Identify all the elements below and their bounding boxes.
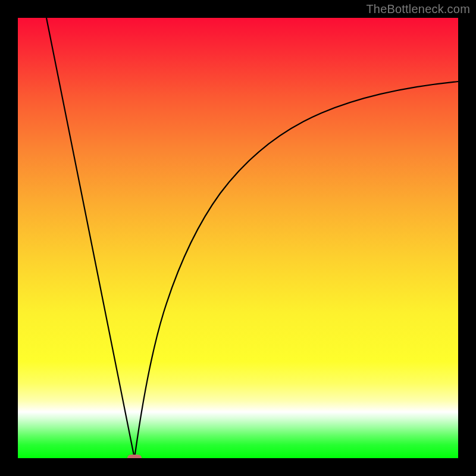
chart-frame: TheBottleneck.com <box>0 0 476 476</box>
plot-area <box>18 18 458 458</box>
curve-left-branch <box>46 18 134 458</box>
curve-right-branch <box>134 82 458 458</box>
cusp-marker <box>127 455 142 458</box>
watermark-text: TheBottleneck.com <box>366 2 470 16</box>
curve-svg <box>18 18 458 458</box>
